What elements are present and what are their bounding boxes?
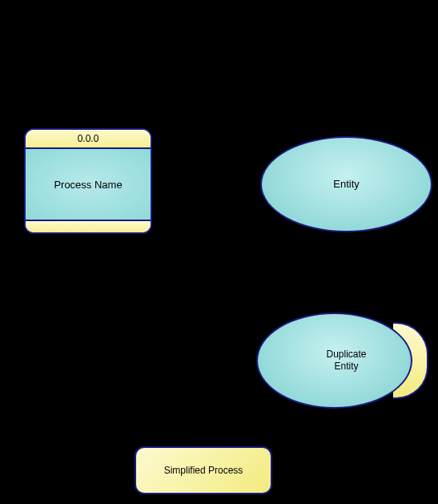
simplified-process-shape[interactable]: Simplified Process (135, 446, 272, 494)
process-name-label: Process Name (54, 179, 122, 191)
entity-label: Entity (333, 178, 360, 191)
process-shape[interactable]: 0.0.0 Process Name (24, 128, 152, 234)
simplified-process-label: Simplified Process (164, 465, 243, 476)
process-bottom-band (26, 221, 151, 232)
diagram-canvas: 0.0.0 Process Name Entity Duplicate Enti… (0, 0, 438, 504)
duplicate-entity-label: Duplicate Entity (326, 349, 366, 373)
entity-ellipse: Entity (260, 136, 432, 232)
duplicate-entity-ellipse: Duplicate Entity (256, 312, 412, 409)
duplicate-entity-label-line1: Duplicate (326, 349, 366, 360)
duplicate-entity-shape[interactable]: Duplicate Entity (256, 312, 412, 409)
duplicate-entity-label-line2: Entity (334, 361, 358, 372)
entity-shape[interactable]: Entity (260, 136, 432, 232)
process-name-band: Process Name (26, 149, 151, 221)
process-id-label: 0.0.0 (78, 133, 99, 144)
process-id-band: 0.0.0 (26, 130, 151, 149)
